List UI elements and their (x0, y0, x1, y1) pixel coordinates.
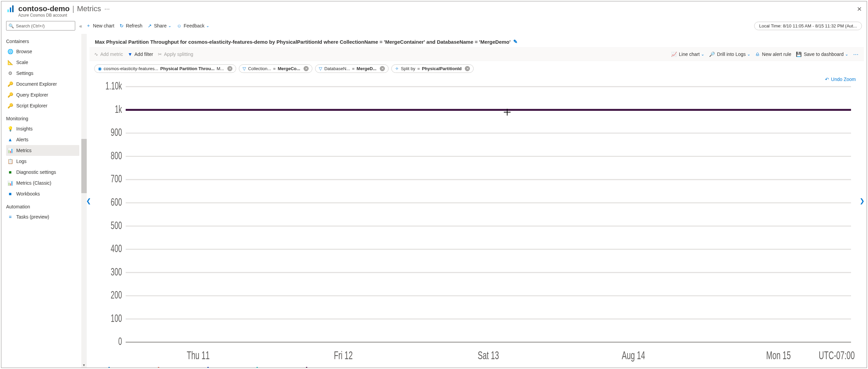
sidebar-item-label: Alerts (16, 137, 28, 142)
search-input[interactable]: 🔍 Search (Ctrl+/) (6, 21, 75, 30)
scroll-down-icon[interactable]: ▾ (81, 362, 87, 368)
svg-text:Thu 11: Thu 11 (187, 349, 210, 362)
sidebar-icon: 📋 (7, 159, 13, 164)
search-icon: 🔍 (8, 23, 14, 28)
sidebar-icon: ⚙ (7, 70, 13, 76)
new-chart-button[interactable]: ＋ New chart (86, 23, 114, 29)
svg-text:0: 0 (118, 336, 122, 347)
sidebar-item-label: Query Explorer (16, 92, 48, 98)
sidebar-item-label: Scale (16, 60, 28, 65)
sidebar-item-document-explorer[interactable]: 🔑Document Explorer (6, 79, 79, 89)
svg-text:900: 900 (111, 127, 122, 138)
chevron-down-icon: ⌄ (845, 52, 848, 57)
prev-chart-button[interactable]: ❮ (86, 197, 91, 205)
sidebar-item-logs[interactable]: 📋Logs (6, 156, 79, 167)
sidebar-item-tasks-preview-[interactable]: ≡Tasks (preview) (6, 211, 79, 222)
legend-item[interactable]: 1cosmos-elasticity-fe...1k (207, 367, 247, 368)
chart-title: Max Physical Partition Throughput for co… (95, 39, 511, 45)
split-icon: ✂ (158, 52, 162, 57)
scrollbar-thumb[interactable] (81, 139, 87, 193)
svg-text:Sat 13: Sat 13 (478, 349, 499, 362)
filter-chip-collection[interactable]: ▽ Collection... = MergeCo... ✕ (239, 64, 312, 73)
refresh-icon: ↻ (120, 23, 124, 28)
sidebar-item-label: Metrics (Classic) (16, 180, 51, 186)
account-name: contoso-demo (18, 4, 70, 13)
sidebar-item-settings[interactable]: ⚙Settings (6, 68, 79, 79)
sidebar-icon: ■ (7, 169, 13, 175)
legend-item[interactable]: 0cosmos-elasticity-fe...1k (306, 367, 345, 368)
share-icon: ↗ (148, 23, 152, 28)
sidebar-item-label: Document Explorer (16, 81, 57, 87)
sidebar-item-scale[interactable]: 📐Scale (6, 57, 79, 68)
sidebar-item-label: Workbooks (16, 191, 40, 197)
page-name: Metrics (77, 4, 101, 13)
sidebar-item-alerts[interactable]: ▲Alerts (6, 134, 79, 145)
remove-chip-icon[interactable]: ✕ (304, 66, 309, 71)
metric-icon: ∿ (94, 52, 98, 57)
smile-icon: ☺ (177, 23, 182, 28)
svg-text:300: 300 (111, 266, 122, 277)
sidebar-scrollbar[interactable]: ▴ ▾ (79, 34, 87, 368)
collapse-sidebar-icon[interactable]: « (78, 23, 83, 29)
more-menu[interactable]: ⋯ (104, 6, 110, 12)
sidebar-item-diagnostic-settings[interactable]: ■Diagnostic settings (6, 167, 79, 178)
svg-rect-1 (10, 7, 11, 12)
svg-text:Mon 15: Mon 15 (766, 349, 791, 362)
add-metric-button[interactable]: ∿ Add metric (94, 52, 123, 57)
chevron-down-icon: ⌄ (701, 52, 704, 57)
filter-icon: ▽ (319, 66, 322, 71)
resource-type: Azure Cosmos DB account (1, 13, 867, 18)
sidebar-item-label: Browse (16, 49, 32, 54)
resource-icon (6, 4, 16, 14)
sidebar-item-script-explorer[interactable]: 🔑Script Explorer (6, 100, 79, 111)
sidebar-item-label: Diagnostic settings (16, 169, 56, 175)
sidebar-item-label: Script Explorer (16, 103, 47, 108)
metric-chip[interactable]: ◉ cosmos-elasticity-features... Physical… (94, 64, 236, 73)
chart-legend: 3cosmos-elasticity-fe...1k2cosmos-elasti… (96, 365, 857, 368)
refresh-button[interactable]: ↻ Refresh (120, 23, 142, 28)
sidebar-item-insights[interactable]: 💡Insights (6, 123, 79, 134)
sidebar-item-label: Metrics (16, 148, 32, 153)
sidebar-item-metrics[interactable]: 📊Metrics (6, 145, 79, 156)
chart-more-menu[interactable]: ⋯ (853, 51, 859, 58)
svg-text:Aug 14: Aug 14 (622, 349, 645, 362)
remove-chip-icon[interactable]: ✕ (227, 66, 232, 71)
close-icon[interactable]: ✕ (857, 5, 862, 13)
plus-icon: ＋ (86, 23, 91, 29)
filter-chip-database[interactable]: ▽ DatabaseN... = MergeD... ✕ (315, 64, 389, 73)
alert-icon: 🕭 (755, 52, 760, 57)
time-range-picker[interactable]: Local Time: 8/10 11:05 AM - 8/15 11:32 P… (754, 22, 862, 30)
filter-icon: ▽ (243, 66, 246, 71)
apply-splitting-button[interactable]: ✂ Apply splitting (158, 52, 193, 57)
page-title: contoso-demo | Metrics (18, 4, 101, 13)
legend-item[interactable]: 3cosmos-elasticity-fe...1k (108, 367, 148, 368)
sidebar-icon: 🔑 (7, 103, 13, 108)
sidebar-group-monitoring: Monitoring (6, 116, 79, 121)
save-dashboard-button[interactable]: 💾 Save to dashboard ⌄ (796, 52, 848, 57)
feedback-button[interactable]: ☺ Feedback ⌄ (177, 23, 209, 28)
sidebar-icon: 🔑 (7, 81, 13, 87)
add-filter-button[interactable]: ▼ Add filter (128, 52, 153, 57)
split-icon: ✧ (395, 66, 399, 71)
sidebar-item-metrics-classic-[interactable]: 📊Metrics (Classic) (6, 178, 79, 188)
edit-title-icon[interactable]: ✎ (513, 39, 518, 45)
new-alert-button[interactable]: 🕭 New alert rule (755, 52, 791, 57)
sidebar-icon: 📊 (7, 148, 13, 153)
chart-type-dropdown[interactable]: 📈 Line chart ⌄ (671, 52, 704, 57)
drill-logs-button[interactable]: 🔎 Drill into Logs ⌄ (709, 52, 750, 57)
sidebar-item-query-explorer[interactable]: 🔑Query Explorer (6, 89, 79, 100)
sidebar-icon: ▲ (7, 137, 13, 142)
sidebar-icon: 💡 (7, 126, 13, 131)
filter-icon: ▼ (128, 52, 132, 57)
remove-chip-icon[interactable]: ✕ (465, 66, 470, 71)
remove-chip-icon[interactable]: ✕ (380, 66, 385, 71)
legend-item[interactable]: 4cosmos-elasticity-fe...1k (256, 367, 296, 368)
next-chart-button[interactable]: ❯ (860, 197, 865, 205)
sidebar-item-workbooks[interactable]: ■Workbooks (6, 188, 79, 199)
split-chip[interactable]: ✧ Split by = PhysicalPartitionId ✕ (391, 64, 474, 73)
sidebar-item-label: Insights (16, 126, 33, 131)
sidebar-item-browse[interactable]: 🌐Browse (6, 46, 79, 57)
chart-area[interactable]: 01002003004005006007008009001k1.10kThu 1… (96, 81, 857, 365)
share-button[interactable]: ↗ Share ⌄ (148, 23, 171, 28)
legend-item[interactable]: 2cosmos-elasticity-fe...1k (158, 367, 197, 368)
